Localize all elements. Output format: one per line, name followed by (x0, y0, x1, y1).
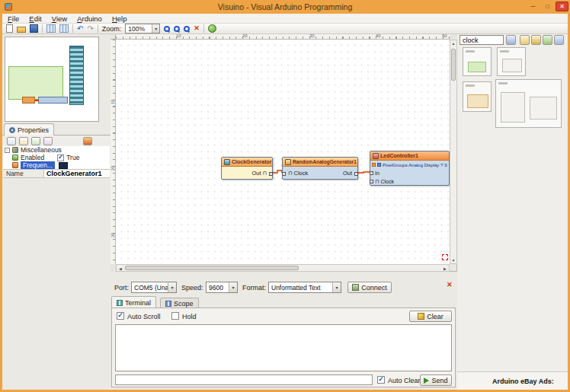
alphabetical-view-icon[interactable] (19, 137, 28, 145)
terminal-frame: ✓ Auto Scroll Hold Clear ✓ Auto Clear Se… (111, 308, 456, 387)
tree-row-enabled[interactable]: Enabled ✓ True (3, 154, 110, 161)
delete-icon[interactable]: ✕ (194, 24, 200, 33)
collapse-icon[interactable]: - (5, 148, 10, 153)
broom-icon (418, 313, 424, 320)
redo-icon[interactable]: ↷ (87, 24, 93, 33)
collapse-all-icon[interactable] (43, 137, 53, 145)
out-pin-connector[interactable] (354, 172, 358, 176)
terminal-output[interactable] (115, 324, 452, 371)
collapse-categories-icon[interactable] (531, 35, 541, 45)
send-message-input[interactable] (115, 374, 373, 385)
format-select[interactable]: Unformatted Text ▾ (268, 282, 341, 293)
minimap-component (38, 97, 68, 104)
clear-button[interactable]: Clear (409, 311, 452, 322)
send-button[interactable]: Send (420, 374, 452, 386)
tree-row-frequency[interactable]: Frequen... (3, 161, 110, 169)
zoom-out-icon[interactable] (174, 26, 180, 32)
minimap-wire (35, 100, 39, 101)
component-led-controller[interactable]: LedController1 PixelGroups.Analog Displa… (370, 151, 450, 186)
connect-button[interactable]: Connect (347, 282, 392, 293)
small-icons-view-icon[interactable] (554, 35, 564, 45)
scroll-right-icon[interactable]: ▶ (442, 266, 448, 271)
about-icon[interactable] (208, 24, 216, 33)
search-icon[interactable] (506, 35, 516, 45)
tab-properties[interactable]: Properties (4, 123, 54, 135)
port-select[interactable]: COM5 (Unav... ▾ (131, 282, 177, 293)
out-pin-connector[interactable] (269, 172, 273, 176)
palette-item[interactable] (495, 79, 562, 128)
component-search-input[interactable] (460, 35, 504, 45)
horizontal-scrollbar[interactable]: ◀ ▶ (116, 264, 450, 272)
close-button[interactable]: ✕ (556, 2, 568, 11)
tree-row-category[interactable]: - Miscellaneous (3, 146, 110, 154)
gear-icon (9, 127, 15, 133)
auto-clear-checkbox[interactable]: ✓ (377, 376, 385, 384)
palette-item[interactable] (497, 47, 526, 76)
palette-item-preview (530, 97, 557, 120)
component-header: LedController1 (370, 151, 449, 161)
clear-label: Clear (427, 313, 444, 320)
property-editor-button[interactable] (59, 162, 68, 169)
design-canvas[interactable]: ClockGenerator1 Out ⊓ RandomAnalogGenera… (116, 40, 450, 264)
wire-random-to-led[interactable] (358, 172, 370, 173)
insertion-marker (442, 254, 448, 260)
chevron-down-icon: ▾ (168, 282, 176, 292)
new-project-icon[interactable] (6, 24, 13, 33)
scrollbar-thumb[interactable] (125, 266, 299, 270)
hold-label: Hold (182, 313, 197, 320)
scroll-left-icon[interactable]: ◀ (117, 266, 123, 271)
clock-pin-connector[interactable] (282, 172, 286, 176)
big-icons-view-icon[interactable] (543, 35, 552, 45)
tab-terminal[interactable]: Terminal (111, 296, 156, 308)
expand-categories-icon[interactable] (520, 35, 530, 45)
hold-checkbox[interactable] (171, 312, 179, 320)
enabled-checkbox[interactable]: ✓ (57, 155, 64, 161)
categorized-view-icon[interactable] (7, 137, 16, 145)
titlebar: Visuino - Visual Arduino Programming ─ □… (0, 0, 570, 14)
menu-arduino[interactable]: Arduino (77, 14, 102, 23)
zoom-fit-icon[interactable] (184, 26, 190, 32)
menu-help[interactable]: Help (112, 14, 127, 23)
ruler-corner (110, 34, 116, 40)
clock-pin-connector[interactable] (370, 180, 373, 183)
property-row-pixel-groups[interactable]: PixelGroups.Analog Display ? S (370, 161, 449, 169)
scrollbar-thumb[interactable] (451, 49, 456, 81)
grid-toggle-icon[interactable] (46, 24, 56, 33)
palette-item[interactable] (463, 81, 492, 112)
design-overview-minimap[interactable] (5, 37, 99, 122)
maximize-button[interactable]: □ (541, 2, 554, 11)
undo-icon[interactable]: ↶ (77, 24, 83, 33)
reset-property-icon[interactable] (83, 137, 92, 145)
palette-item[interactable] (463, 47, 492, 76)
menu-file[interactable]: File (8, 14, 19, 23)
in-pin-connector[interactable] (370, 171, 373, 175)
open-project-icon[interactable] (17, 27, 26, 33)
selected-property-label[interactable]: Frequen... (21, 161, 55, 169)
app-window: Visuino - Visual Arduino Programming ─ □… (0, 0, 570, 392)
wire-clock-to-random[interactable] (273, 171, 282, 173)
minimap-viewport[interactable] (8, 66, 63, 100)
component-random-analog-generator[interactable]: RandomAnalogGenerator1 ⊓ Clock Out (282, 157, 358, 180)
save-project-icon[interactable] (30, 24, 38, 33)
scroll-up-icon[interactable]: ▲ (450, 41, 456, 46)
scope-tab-label: Scope (174, 300, 194, 308)
name-value: ClockGenerator1 (44, 170, 110, 177)
square-wave-icon: ⊓ (375, 179, 379, 185)
vertical-scrollbar[interactable]: ▲ ▼ (450, 40, 457, 264)
zoom-select[interactable]: 100% ▾ (125, 24, 160, 33)
menu-edit[interactable]: Edit (29, 14, 41, 23)
palette-item-label (466, 84, 475, 87)
speed-select[interactable]: 9600 ▾ (206, 282, 238, 293)
tab-scope[interactable]: Scope (160, 298, 199, 308)
component-clock-generator[interactable]: ClockGenerator1 Out ⊓ (221, 157, 273, 180)
zoom-in-icon[interactable] (164, 26, 170, 32)
scroll-down-icon[interactable]: ▼ (450, 258, 456, 263)
palette-item-preview (467, 94, 488, 108)
expand-all-icon[interactable] (31, 137, 40, 145)
snap-grid-icon[interactable] (59, 24, 69, 33)
menu-view[interactable]: View (52, 14, 67, 23)
led-controller-icon (373, 153, 379, 159)
auto-scroll-checkbox[interactable]: ✓ (117, 312, 124, 320)
minimize-button[interactable]: ─ (527, 2, 540, 11)
close-panel-icon[interactable]: ✕ (447, 281, 453, 289)
